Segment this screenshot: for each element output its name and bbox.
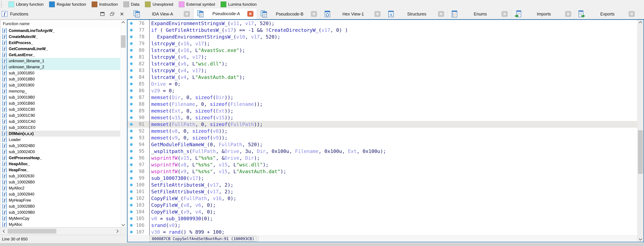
function-row[interactable]: fsub_10002630 — [1, 173, 120, 179]
function-row[interactable]: fsub_100024B0 — [1, 143, 120, 149]
line-marker-dot[interactable] — [130, 197, 133, 200]
functions-panel-titlebar[interactable]: f Functions — [0, 9, 127, 19]
tab-close-icon[interactable] — [247, 11, 254, 17]
function-row[interactable]: fsub_10001C80 — [1, 106, 120, 112]
tab-structures[interactable]: AStructures — [384, 9, 448, 19]
function-row[interactable]: fExitProcess_ — [1, 40, 120, 46]
scrollbar-thumb[interactable] — [638, 130, 643, 174]
line-marker-dot[interactable] — [130, 83, 133, 85]
scroll-left-icon[interactable] — [1, 228, 6, 235]
tab-hex-view-1[interactable]: Hex View-1 — [320, 9, 384, 19]
tab-close-icon[interactable] — [374, 11, 380, 17]
line-marker-dot[interactable] — [130, 62, 133, 65]
function-row[interactable]: fMyMemCpy — [1, 215, 120, 221]
line-marker-dot[interactable] — [130, 69, 133, 72]
tab-ida-view-a[interactable]: IDA View-A — [130, 9, 193, 19]
line-marker-dot[interactable] — [130, 116, 133, 119]
line-marker-dot[interactable] — [130, 204, 133, 206]
tab-pseudocode-b[interactable]: Pseudocode-B — [257, 9, 320, 19]
scrollbar-thumb[interactable] — [8, 229, 56, 233]
line-marker-dot[interactable] — [130, 49, 133, 52]
tab-pseudocode-a[interactable]: Pseudocode-A — [193, 8, 257, 19]
code-line[interactable]: 80lstrcatW_(v16, L"AvastSvc.exe"); — [128, 47, 638, 54]
tab-close-icon[interactable] — [438, 11, 444, 17]
line-marker-dot[interactable] — [130, 143, 133, 146]
scroll-up-icon[interactable] — [638, 21, 644, 23]
function-row[interactable]: fHeapAlloc_ — [1, 161, 120, 167]
line-marker-dot[interactable] — [130, 177, 133, 179]
function-row[interactable]: fGetLastError_ — [1, 52, 120, 58]
line-marker-dot[interactable] — [130, 184, 133, 186]
line-marker-dot[interactable] — [130, 130, 133, 132]
function-row[interactable]: fGetCommandLineW_ — [1, 46, 120, 52]
function-row[interactable]: fsub_10001900 — [1, 82, 120, 88]
float-window-icon[interactable] — [110, 12, 115, 16]
code-line[interactable]: 92memset(v8, 0, sizeof(v8)); — [128, 128, 638, 134]
function-list-scrollbar[interactable] — [120, 20, 126, 227]
code-line[interactable]: 101SetFileAttributesW_(v17, 2); — [128, 188, 638, 195]
tab-close-icon[interactable] — [311, 11, 317, 17]
tab-close-icon[interactable] — [184, 11, 190, 17]
code-line[interactable]: 86v29 = 0; — [128, 87, 638, 94]
function-row[interactable]: fGetProcessHeap_ — [1, 155, 120, 161]
function-row[interactable]: fsub_100029B0 — [1, 209, 120, 215]
function-row[interactable]: fCreateMutexW_ — [1, 34, 120, 40]
tab-close-icon[interactable] — [629, 11, 635, 17]
line-marker-dot[interactable] — [130, 231, 133, 233]
line-marker-dot[interactable] — [130, 36, 133, 38]
scroll-up-icon[interactable] — [120, 21, 126, 23]
tab-imports[interactable]: Imports — [511, 9, 575, 19]
function-row[interactable]: fsub_100024D0 — [1, 149, 120, 155]
line-marker-dot[interactable] — [130, 123, 133, 126]
function-name-column-header[interactable]: Function name — [1, 20, 126, 28]
function-row[interactable]: fsub_10002840 — [1, 191, 120, 197]
code-line[interactable]: 91memset(FullPath, 0, sizeof(FullPath)); — [128, 121, 638, 128]
code-line[interactable]: 78 ExpandEnvironmentStringsW_(v10, v17, … — [128, 34, 638, 40]
line-marker-dot[interactable] — [130, 89, 133, 92]
function-row[interactable]: fMyAlloc2 — [1, 185, 120, 191]
code-scrollbar[interactable] — [637, 20, 644, 242]
line-marker-dot[interactable] — [130, 42, 133, 45]
tab-enums[interactable]: Enums — [448, 9, 511, 19]
code-line[interactable]: 76ExpandEnvironmentStringsW_(v11, v17, 5… — [128, 20, 638, 27]
scrollbar-thumb[interactable] — [121, 35, 126, 48]
line-marker-dot[interactable] — [130, 163, 133, 166]
function-row[interactable]: fsub_100019B0 — [1, 94, 120, 100]
code-line[interactable]: 82lstrcatW_(v6, L"wsc.dll"); — [128, 60, 638, 67]
line-marker-dot[interactable] — [130, 136, 133, 139]
code-line[interactable]: 97wsprintfW(v8, L"%s%s", v15, L"wsc.dll"… — [128, 161, 638, 168]
pseudocode-view[interactable]: 76ExpandEnvironmentStringsW_(v11, v17, 5… — [127, 20, 644, 242]
line-marker-dot[interactable] — [130, 224, 133, 227]
code-line[interactable]: 89memset(Ext, 0, sizeof(Ext)); — [128, 108, 638, 114]
code-line[interactable]: 95_wsplitpath_s(FullPath, &Drive, 3u, Di… — [128, 148, 638, 155]
line-marker-dot[interactable] — [130, 217, 133, 220]
code-line[interactable]: 99sub_10007380(v17); — [128, 175, 638, 181]
function-row[interactable]: fsub_10001CE0 — [1, 125, 120, 131]
code-line[interactable]: 83lstrcpyW_(v4, v17); — [128, 67, 638, 74]
tab-close-icon[interactable] — [502, 11, 508, 17]
code-line[interactable]: 85Drive = 0; — [128, 81, 638, 87]
function-row[interactable]: fmemcmp_ — [1, 88, 120, 94]
function-row[interactable]: fMyAlloc — [1, 221, 120, 227]
line-marker-dot[interactable] — [130, 157, 133, 159]
function-row[interactable]: fsub_100018B0 — [1, 76, 120, 82]
function-row[interactable]: funknown_libname_2 — [1, 64, 120, 70]
code-line[interactable]: 96wsprintfW(v15, L"%s%s", &Drive, Dir); — [128, 155, 638, 161]
function-row[interactable]: fCommandLineToArgvW_ — [1, 28, 120, 34]
tab-exports[interactable]: Exports — [575, 9, 638, 19]
function-row[interactable]: fsub_10001CA0 — [1, 118, 120, 125]
function-row[interactable]: fsub_10001B60 — [1, 100, 120, 106]
line-marker-dot[interactable] — [130, 190, 133, 193]
line-marker-dot[interactable] — [130, 170, 133, 173]
line-marker-dot[interactable] — [130, 150, 133, 153]
line-marker-dot[interactable] — [130, 22, 133, 25]
code-line[interactable]: 81lstrcpyW_(v6, v17); — [128, 54, 638, 60]
line-marker-dot[interactable] — [130, 110, 133, 112]
scroll-down-icon[interactable] — [120, 224, 126, 226]
code-line[interactable]: 90memset(v15, 0, sizeof(v15)); — [128, 114, 638, 121]
code-line[interactable]: 84lstrcatW_(v4, L"AvastAuth.dat"); — [128, 74, 638, 81]
function-row[interactable]: funknown_libname_1 — [1, 58, 120, 64]
code-line[interactable]: 98wsprintfW(v9, L"%s%s", v15, L"AvastAut… — [128, 168, 638, 175]
toolbar-drag-handle-icon[interactable] — [1, 1, 3, 8]
line-marker-dot[interactable] — [130, 29, 133, 32]
